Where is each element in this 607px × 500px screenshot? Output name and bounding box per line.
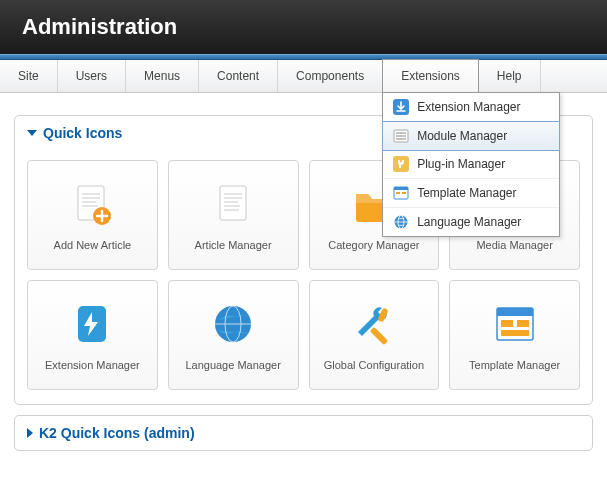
svg-rect-7 [394,187,408,190]
tile-label: Global Configuration [324,359,424,371]
tile-label: Language Manager [185,359,280,371]
extension-icon [67,299,117,349]
template-icon [393,185,409,201]
tile-language-manager[interactable]: Language Manager [168,280,299,390]
page-title: Administration [22,14,177,39]
tile-label: Media Manager [476,239,552,251]
menu-content[interactable]: Content [199,60,278,92]
dropdown-item-label: Language Manager [417,215,521,229]
dropdown-module-manager[interactable]: Module Manager [382,121,560,151]
svg-rect-34 [497,308,533,316]
menu-components[interactable]: Components [278,60,383,92]
tile-label: Article Manager [195,239,272,251]
app-header: Administration [0,0,607,54]
tile-global-configuration[interactable]: Global Configuration [309,280,440,390]
svg-rect-36 [517,320,529,327]
tile-label: Category Manager [328,239,419,251]
globe-icon [393,214,409,230]
panel-title: Quick Icons [43,125,122,141]
list-icon [393,128,409,144]
template-large-icon [490,299,540,349]
svg-rect-31 [370,327,388,345]
svg-rect-19 [220,186,246,220]
svg-rect-9 [402,192,406,194]
tile-label: Template Manager [469,359,560,371]
dropdown-item-label: Template Manager [417,186,516,200]
dropdown-item-label: Extension Manager [417,100,520,114]
menubar: Site Users Menus Content Components Exte… [0,60,607,93]
dropdown-language-manager[interactable]: Language Manager [383,208,559,236]
dropdown-template-manager[interactable]: Template Manager [383,179,559,208]
article-add-icon [67,179,117,229]
menu-extensions[interactable]: Extensions Extension Manager Module Mana… [382,59,479,92]
menu-users[interactable]: Users [58,60,126,92]
chevron-right-icon [27,428,33,438]
extensions-dropdown: Extension Manager Module Manager Plug-in… [382,92,560,237]
dropdown-plugin-manager[interactable]: Plug-in Manager [383,150,559,179]
tile-template-manager[interactable]: Template Manager [449,280,580,390]
plug-icon [393,156,409,172]
menu-help[interactable]: Help [479,60,541,92]
menu-extensions-label: Extensions [401,69,460,83]
tile-add-new-article[interactable]: Add New Article [27,160,158,270]
tile-label: Extension Manager [45,359,140,371]
tile-label: Add New Article [54,239,132,251]
dropdown-item-label: Module Manager [417,129,507,143]
menu-menus[interactable]: Menus [126,60,199,92]
svg-rect-8 [396,192,400,194]
dropdown-extension-manager[interactable]: Extension Manager [383,93,559,122]
download-icon [393,99,409,115]
article-icon [208,179,258,229]
svg-rect-35 [501,320,513,327]
svg-rect-37 [501,330,529,336]
globe-large-icon [208,299,258,349]
dropdown-item-label: Plug-in Manager [417,157,505,171]
panel-title: K2 Quick Icons (admin) [39,425,195,441]
tools-icon [349,299,399,349]
menu-site[interactable]: Site [0,60,58,92]
k2-quick-icons-panel: K2 Quick Icons (admin) [14,415,593,451]
tile-article-manager[interactable]: Article Manager [168,160,299,270]
k2-quick-icons-header[interactable]: K2 Quick Icons (admin) [15,416,592,450]
chevron-down-icon [27,130,37,136]
tile-extension-manager[interactable]: Extension Manager [27,280,158,390]
